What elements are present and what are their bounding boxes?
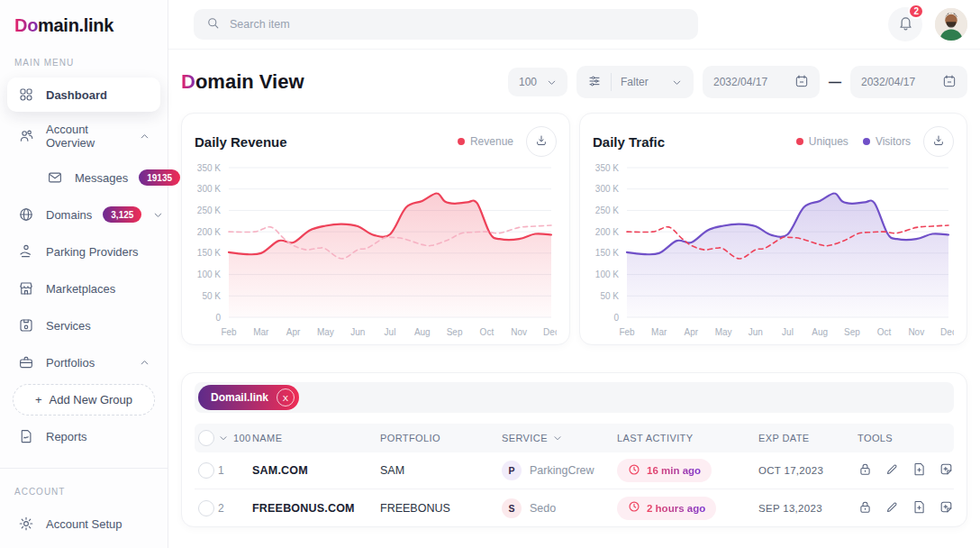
table-header-row: 100 NAME PORTFOLIO SERVICE LAST ACTIVITY… <box>195 424 954 452</box>
svg-text:Jul: Jul <box>782 327 794 337</box>
add-note-button[interactable] <box>939 461 954 480</box>
report-icon <box>17 427 35 445</box>
clock-icon <box>628 463 640 479</box>
sidebar-item-report-a-bug[interactable]: Report a Bug <box>7 543 160 548</box>
svg-text:Feb: Feb <box>619 327 635 337</box>
pencil-icon <box>885 499 900 517</box>
svg-text:250 K: 250 K <box>595 206 619 215</box>
notifications-button[interactable]: 2 <box>888 7 922 41</box>
svg-text:150 K: 150 K <box>595 248 619 258</box>
store-icon <box>17 279 35 297</box>
main-menu: Dashboard Account Overview Messages 1913… <box>0 78 168 453</box>
svg-text:Oct: Oct <box>480 327 495 337</box>
copy-plus-icon <box>939 499 954 517</box>
chevron-up-icon[interactable] <box>139 357 150 369</box>
table-row[interactable]: 1 SAM.COM SAM P ParkingCrew 16 min ago O… <box>195 452 954 489</box>
row-count-select[interactable]: 100 <box>218 433 252 443</box>
chevron-down-icon[interactable] <box>152 209 164 221</box>
svg-text:Mar: Mar <box>253 327 269 337</box>
edit-button[interactable] <box>885 499 900 517</box>
add-note-button[interactable] <box>939 499 954 517</box>
sidebar-item-dashboard[interactable]: Dashboard <box>7 78 160 112</box>
brand-logo[interactable]: Domain.link <box>0 0 168 40</box>
lock-button[interactable] <box>858 499 873 517</box>
app-root: Domain.link MAIN MENU Dashboard Account … <box>0 0 980 548</box>
search-bar[interactable] <box>194 9 698 40</box>
sidebar-item-parking-providers[interactable]: Parking Providers <box>7 234 160 269</box>
charts-row: Daily Revenue Revenue 350 K300 K250 K200… <box>181 113 967 345</box>
page-size-value: 100 <box>519 76 537 88</box>
dashboard-icon <box>17 86 35 104</box>
chevron-down-icon <box>552 433 563 443</box>
sidebar-item-account-setup[interactable]: Account Setup <box>7 507 160 541</box>
add-file-button[interactable] <box>912 499 927 517</box>
svg-text:Jun: Jun <box>749 327 763 337</box>
users-icon <box>17 127 35 145</box>
portfolio-name: SAM <box>380 464 502 477</box>
legend-label: Visitors <box>876 135 911 148</box>
svg-text:Aug: Aug <box>812 327 828 337</box>
exp-date: OCT 17,2023 <box>758 465 858 476</box>
svg-text:100 K: 100 K <box>197 269 221 279</box>
date-from-picker[interactable]: 2032/04/17 <box>703 66 820 98</box>
calendar-icon <box>942 74 957 91</box>
svg-text:50 K: 50 K <box>600 291 619 301</box>
date-to-picker[interactable]: 2032/04/17 <box>850 66 967 98</box>
page-size-select[interactable]: 100 <box>508 68 567 96</box>
svg-text:0: 0 <box>613 313 619 323</box>
last-activity-text: 2 hours ago <box>647 503 705 514</box>
sidebar-item-domains[interactable]: Domains 3,125 <box>7 197 160 232</box>
select-all-checkbox[interactable] <box>198 430 214 446</box>
avatar[interactable] <box>935 8 967 41</box>
svg-text:Nov: Nov <box>511 327 527 337</box>
download-icon <box>931 133 946 151</box>
download-button[interactable] <box>526 126 557 157</box>
svg-text:Oct: Oct <box>877 327 892 337</box>
table-row[interactable]: 2 FREEBONUS.COM FREEBONUS S Sedo 2 hours… <box>195 489 954 526</box>
close-icon[interactable]: X <box>277 388 295 406</box>
filter-dropdown[interactable]: Falter <box>576 66 694 98</box>
edit-button[interactable] <box>885 461 900 480</box>
svg-text:350 K: 350 K <box>197 163 221 173</box>
legend-dot <box>796 138 803 145</box>
sidebar-item-marketplaces[interactable]: Marketplaces <box>7 271 160 306</box>
sidebar-item-messages[interactable]: Messages 19135 <box>36 160 160 195</box>
filter-label: Falter <box>621 76 662 88</box>
sidebar-item-label: Services <box>46 319 91 333</box>
sidebar-item-portfolios[interactable]: Portfolios <box>7 345 160 379</box>
search-input[interactable] <box>230 18 686 31</box>
add-file-button[interactable] <box>912 461 927 480</box>
sidebar-item-services[interactable]: Services <box>7 308 160 342</box>
plus-icon: + <box>35 393 42 406</box>
svg-text:Aug: Aug <box>414 327 431 337</box>
tools-cell <box>858 461 954 480</box>
notification-count-badge: 2 <box>908 4 924 19</box>
svg-text:Feb: Feb <box>221 327 237 337</box>
row-number: 2 <box>218 502 252 515</box>
revenue-chart: 350 K300 K250 K200 K150 K100 K50 K0FebMa… <box>195 159 557 339</box>
sidebar-item-label: Portfolios <box>46 356 128 370</box>
sidebar-item-account-overview[interactable]: Account Overview <box>7 114 160 158</box>
legend-item: Uniques <box>796 135 848 148</box>
lock-icon <box>858 499 873 517</box>
sidebar-item-reports[interactable]: Reports <box>7 419 160 453</box>
row-checkbox[interactable] <box>198 500 214 516</box>
page-title-suffix: omain View <box>195 70 304 93</box>
add-new-group-button[interactable]: + Add New Group <box>13 384 155 416</box>
chevron-up-icon[interactable] <box>139 131 150 142</box>
page-title-prefix: D <box>181 70 195 93</box>
svg-text:May: May <box>715 327 732 337</box>
col-service-sort[interactable]: SERVICE <box>502 433 617 443</box>
briefcase-icon <box>17 353 35 371</box>
account-section-label: ACCOUNT <box>0 469 168 504</box>
filter-divider <box>611 73 612 91</box>
sidebar-item-label: Reports <box>46 430 87 443</box>
account-menu: Account Setup Report a Bug <box>0 507 168 548</box>
download-button[interactable] <box>923 126 954 157</box>
lock-icon <box>858 461 873 480</box>
row-checkbox[interactable] <box>198 462 214 479</box>
disk-icon <box>17 316 35 334</box>
lock-button[interactable] <box>858 461 873 480</box>
filter-chip[interactable]: Domail.link X <box>198 385 299 410</box>
calendar-icon <box>794 74 809 91</box>
